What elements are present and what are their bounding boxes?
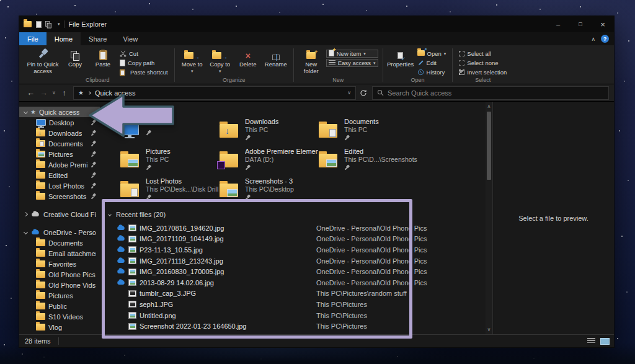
new-item-button[interactable]: + New item ▾ <box>326 50 378 58</box>
tab-view[interactable]: View <box>115 32 146 45</box>
tile-pictures[interactable]: Pictures This PC <box>120 148 219 174</box>
paste-shortcut-button[interactable]: Paste shortcut <box>118 68 170 76</box>
tab-file[interactable]: File <box>19 32 47 45</box>
vertical-scrollbar[interactable]: ∧ ∨ <box>486 102 492 334</box>
chevron-down-icon[interactable] <box>24 230 28 234</box>
titlebar: ▾ File Explorer – □ × <box>19 16 614 32</box>
pin-icon <box>91 151 96 158</box>
minimize-button[interactable]: – <box>547 16 569 32</box>
sidebar-item-onedrive-personal[interactable]: OneDrive - Personal <box>19 227 100 237</box>
sidebar-item-od-vlog[interactable]: Vlog <box>19 322 100 332</box>
sidebar-item-od-old-phone-vids[interactable]: Old Phone Vids <box>19 280 100 290</box>
tab-home[interactable]: Home <box>47 32 81 45</box>
sidebar-item-documents[interactable]: Documents <box>19 138 100 149</box>
scroll-down-icon[interactable]: ∨ <box>487 327 491 332</box>
sidebar-item-od-old-phone-pics[interactable]: Old Phone Pics <box>19 269 100 280</box>
dropdown-icon: ▾ <box>219 68 221 75</box>
close-button[interactable]: × <box>592 16 614 32</box>
tile-documents[interactable]: Documents This PC <box>318 118 417 144</box>
sidebar-item-od-favorites[interactable]: Favorites <box>19 259 100 269</box>
dropdown-icon: ▾ <box>373 61 376 66</box>
qat-new-folder-icon[interactable] <box>45 21 51 28</box>
edit-button[interactable]: Edit <box>415 59 448 67</box>
maximize-button[interactable]: □ <box>569 16 592 32</box>
downloads-folder-icon: ↓ <box>36 130 45 136</box>
sidebar-item-screenshots-3[interactable]: Screenshots - 3 <box>19 191 100 202</box>
sidebar-item-od-pictures[interactable]: Pictures <box>19 290 100 301</box>
new-folder-button[interactable]: + New folder <box>298 47 324 76</box>
sidebar-item-pictures[interactable]: Pictures <box>19 149 100 159</box>
collapse-ribbon-icon[interactable]: ∧ <box>585 32 601 45</box>
rename-button[interactable]: Rename <box>263 47 289 76</box>
paste-button[interactable]: Paste <box>90 47 116 76</box>
folder-icon <box>319 154 337 167</box>
group-label-select: Select <box>453 77 513 83</box>
chevron-right-icon[interactable] <box>24 212 28 216</box>
help-icon[interactable]: ? <box>601 35 609 43</box>
properties-button[interactable]: ✓ Properties <box>388 47 414 76</box>
delete-button[interactable]: × Delete <box>235 47 261 76</box>
tile-downloads[interactable]: ↓ Downloads This PC <box>219 118 318 144</box>
sidebar-item-adobe-premiere[interactable]: Adobe Premiere Eler <box>19 159 100 170</box>
invert-selection-button[interactable]: Invert selection <box>457 68 508 76</box>
select-none-icon <box>459 60 464 66</box>
tab-share[interactable]: Share <box>81 32 115 45</box>
sidebar-item-lost-photos[interactable]: Lost Photos <box>19 180 100 191</box>
easy-access-button[interactable]: Easy access ▾ <box>326 59 378 67</box>
recent-locations-dropdown-icon[interactable]: ∨ <box>50 90 58 95</box>
button-label: Rename <box>265 61 287 68</box>
tile-edited[interactable]: Edited This PC\D...\Screenshots - 3 <box>318 148 417 174</box>
sidebar-item-od-email-attachments[interactable]: Email attachments <box>19 248 100 259</box>
tile-sublabel: This PC\Desktop <box>245 185 294 193</box>
forward-button[interactable]: → <box>37 88 50 97</box>
qat-separator <box>64 20 64 28</box>
qat-properties-icon[interactable] <box>36 21 42 28</box>
search-box[interactable] <box>372 86 609 100</box>
pin-to-quick-access-button[interactable]: Pin to Quick access <box>25 47 60 76</box>
details-view-icon[interactable] <box>587 338 595 344</box>
sidebar-item-edited[interactable]: Edited <box>19 170 100 180</box>
copy-to-button[interactable]: → Copy to ▾ <box>207 47 233 76</box>
up-button[interactable]: ↑ <box>58 88 71 97</box>
sidebar-item-od-s10-videos[interactable]: S10 Videos <box>19 311 100 322</box>
folder-icon <box>36 193 45 200</box>
history-clock-icon <box>417 69 424 76</box>
chevron-down-icon[interactable] <box>24 110 28 114</box>
copy-path-button[interactable]: Copy path <box>118 59 170 67</box>
scrollbar-thumb[interactable] <box>487 112 491 180</box>
document-icon <box>131 189 138 197</box>
sidebar-item-label: Desktop <box>49 119 74 127</box>
button-label: Paste <box>95 61 110 68</box>
open-button[interactable]: ↗ Open ▾ <box>415 50 448 58</box>
address-dropdown-icon[interactable]: ∨ <box>347 90 351 95</box>
pin-icon <box>245 164 251 171</box>
app-folder-icon <box>24 21 32 27</box>
cut-button[interactable]: Cut <box>118 50 170 58</box>
refresh-button[interactable] <box>356 89 371 97</box>
tile-name: Downloads <box>245 118 278 126</box>
plus-icon: + <box>314 49 318 56</box>
window-title: File Explorer <box>69 20 107 28</box>
history-button[interactable]: History <box>415 68 448 76</box>
sidebar-item-od-public[interactable]: Public <box>19 301 100 311</box>
large-icons-view-icon[interactable] <box>600 338 610 345</box>
tile-sublabel: This PC\Desk...\Disk Drill SS <box>146 185 219 193</box>
move-to-button[interactable]: → Move to ▾ <box>179 47 205 76</box>
folder-icon <box>36 250 45 257</box>
sidebar-item-creative-cloud[interactable]: Creative Cloud Files <box>19 209 100 220</box>
back-button[interactable]: ← <box>24 88 37 97</box>
tile-adobe-premiere-elements[interactable]: Adobe Premiere Elements DATA (D:) <box>219 148 318 174</box>
sidebar-item-od-documents[interactable]: Documents <box>19 237 100 248</box>
copy-button[interactable]: Copy <box>62 47 88 76</box>
select-none-button[interactable]: Select none <box>457 59 508 67</box>
select-all-icon <box>459 51 464 56</box>
pin-icon <box>91 162 96 168</box>
scroll-up-icon[interactable]: ∧ <box>487 104 491 109</box>
page-icon <box>120 60 125 66</box>
qat-customize-dropdown-icon[interactable]: ▾ <box>58 22 60 27</box>
search-input[interactable] <box>388 89 604 97</box>
arrow-down-icon: ↓ <box>225 127 229 135</box>
button-label: New item <box>337 50 362 57</box>
select-all-button[interactable]: Select all <box>457 50 508 58</box>
annotation-arrow-shape <box>90 95 173 136</box>
